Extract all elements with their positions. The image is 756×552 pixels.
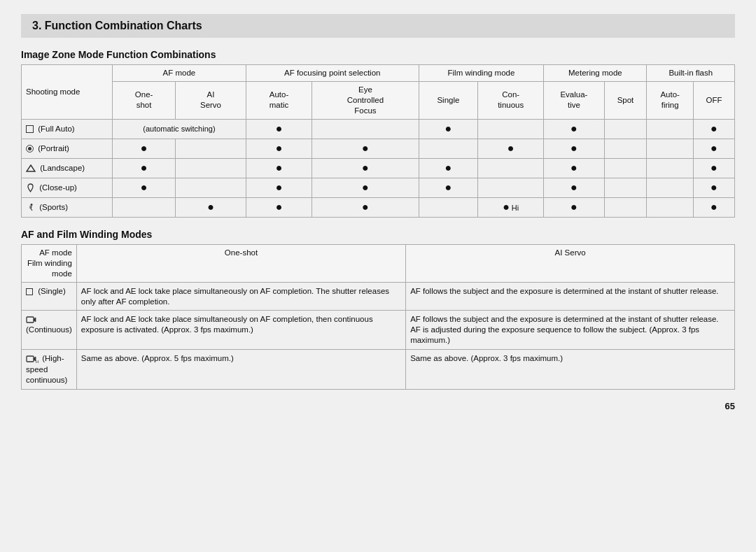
spot-subheader: Spot	[604, 81, 647, 119]
table-row: (Landscape) ● ● ● ● ● ●	[22, 158, 735, 178]
evaluative-subheader: Evalua-tive	[544, 81, 604, 119]
table-row: (Full Auto) (automatic switching) ● ● ● …	[22, 119, 735, 139]
off-subheader: OFF	[693, 81, 734, 119]
cell-fullauto-af: (automatic switching)	[113, 119, 246, 139]
oneshot-col-header: One-shot	[76, 244, 405, 282]
mode-closeup: (Close-up)	[22, 178, 113, 197]
table-row: H (High-speedcontinuous) Same as above. …	[22, 350, 735, 389]
cell: ●	[246, 139, 312, 158]
continuous-aiservo-desc: AF follows the subject and the exposure …	[406, 311, 735, 350]
svg-rect-2	[27, 317, 34, 323]
cell	[478, 178, 544, 197]
autofiring-subheader: Auto-firing	[647, 81, 693, 119]
cell: ●	[246, 119, 312, 139]
cell	[176, 139, 246, 158]
film-winding-header: Film winding mode	[419, 65, 544, 82]
cell: ●	[544, 178, 604, 197]
builtin-flash-header: Built-in flash	[647, 65, 735, 82]
film-highspeed-cell: H (High-speedcontinuous)	[22, 350, 77, 389]
cell: ●	[544, 119, 604, 139]
af-focusing-header: AF focusing point selection	[246, 65, 419, 82]
page-title: 3. Function Combination Charts	[21, 14, 735, 38]
cell: ●	[693, 139, 734, 158]
aiservo-col-header: AI Servo	[406, 244, 735, 282]
af-mode-label: AF mode	[39, 248, 72, 257]
mode-fullauto: (Full Auto)	[22, 119, 113, 139]
cell: ●	[246, 158, 312, 178]
oneshot-subheader: One-shot	[113, 81, 176, 119]
af-mode-header: AF mode	[113, 65, 246, 82]
svg-rect-3	[27, 356, 34, 362]
cell: ●	[312, 139, 419, 158]
cell	[478, 119, 544, 139]
cell: ●	[113, 158, 176, 178]
cell: ●	[113, 139, 176, 158]
cell	[176, 158, 246, 178]
cell	[647, 197, 693, 217]
automatic-subheader: Auto-matic	[246, 81, 312, 119]
cell	[604, 119, 647, 139]
cell: ●	[693, 197, 734, 217]
film-winding-label: Film winding mode	[27, 259, 72, 278]
aiservo-subheader: AIServo	[176, 81, 246, 119]
image-zone-table: Shooting mode AF mode AF focusing point …	[21, 64, 735, 218]
section2-title: AF and Film Winding Modes	[21, 229, 735, 240]
page-number: 65	[21, 401, 735, 411]
table-row: (Single) AF lock and AE lock take place …	[22, 282, 735, 311]
cell: ●	[419, 119, 477, 139]
table-row: (Continuous) AF lock and AE lock take pl…	[22, 311, 735, 350]
cell: ●	[693, 158, 734, 178]
cell	[312, 119, 419, 139]
cell: ●	[176, 197, 246, 217]
section1-title: Image Zone Mode Function Combinations	[21, 49, 735, 60]
cell: ●	[312, 197, 419, 217]
cell: ●	[419, 178, 477, 197]
table-row: (Portrait) ● ● ● ● ● ●	[22, 139, 735, 158]
cell: ●	[693, 119, 734, 139]
cell	[113, 197, 176, 217]
cell	[647, 139, 693, 158]
film-continuous-cell: (Continuous)	[22, 311, 77, 350]
cell	[176, 178, 246, 197]
continuous-subheader: Con-tinuous	[478, 81, 544, 119]
cell: ●	[693, 178, 734, 197]
single-oneshot-desc: AF lock and AE lock take place simultane…	[76, 282, 405, 311]
cell: ●	[246, 178, 312, 197]
cell: ●	[419, 158, 477, 178]
svg-text:H: H	[36, 360, 38, 364]
cell	[419, 139, 477, 158]
cell	[604, 139, 647, 158]
cell	[604, 178, 647, 197]
cell	[604, 158, 647, 178]
cell: ●	[544, 197, 604, 217]
cell: ●	[246, 197, 312, 217]
mode-landscape: (Landscape)	[22, 158, 113, 178]
cell	[647, 158, 693, 178]
af-film-header-cell: AF mode Film winding mode	[22, 244, 77, 282]
cell	[604, 197, 647, 217]
cell: ● Hi	[478, 197, 544, 217]
cell: ●	[544, 158, 604, 178]
mode-portrait: (Portrait)	[22, 139, 113, 158]
mode-sports: (Sports)	[22, 197, 113, 217]
highspeed-aiservo-desc: Same as above. (Approx. 3 fps maximum.)	[406, 350, 735, 389]
svg-marker-0	[27, 165, 35, 171]
cell	[478, 158, 544, 178]
svg-point-1	[31, 204, 33, 206]
cell	[419, 197, 477, 217]
cell: ●	[113, 178, 176, 197]
eyecontrolled-subheader: EyeControlledFocus	[312, 81, 419, 119]
metering-mode-header: Metering mode	[544, 65, 647, 82]
table-row: (Sports) ● ● ● ● Hi ● ●	[22, 197, 735, 217]
table-row: (Close-up) ● ● ● ● ● ●	[22, 178, 735, 197]
film-single-cell: (Single)	[22, 282, 77, 311]
cell: ●	[544, 139, 604, 158]
single-aiservo-desc: AF follows the subject and the exposure …	[406, 282, 735, 311]
shooting-mode-header: Shooting mode	[22, 65, 113, 120]
cell: ●	[478, 139, 544, 158]
af-film-table: AF mode Film winding mode One-shot AI Se…	[21, 244, 735, 390]
highspeed-oneshot-desc: Same as above. (Approx. 5 fps maximum.)	[76, 350, 405, 389]
cell: ●	[312, 178, 419, 197]
cell	[647, 178, 693, 197]
cell	[647, 119, 693, 139]
